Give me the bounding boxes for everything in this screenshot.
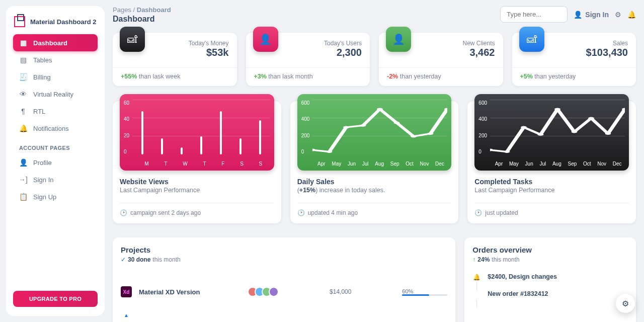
chart-bar <box>200 136 202 154</box>
sidebar-item-notifications[interactable]: 🔔Notifications <box>13 120 98 137</box>
chart-card: 6004002000AprMayJunJulAugSepOctNovDecCom… <box>467 101 636 223</box>
search-input[interactable] <box>500 6 568 23</box>
orders-panel: Orders overview ↑ 24% this month 🔔$2400,… <box>464 237 636 322</box>
stat-icon: 🛋 <box>120 27 145 52</box>
avatar <box>269 287 279 297</box>
page-title: Dashboard <box>113 15 171 24</box>
svg-point-4 <box>377 108 383 111</box>
check-icon: ✓ <box>121 256 126 263</box>
project-icon: Xd <box>121 286 132 297</box>
timeline-title: $2400, Design changes <box>488 273 557 281</box>
stat-foot: +3% than lask month <box>254 73 362 80</box>
project-progress: 60% <box>402 288 447 296</box>
brand-icon <box>14 16 25 27</box>
signin-label: Sign In <box>585 11 609 19</box>
chart-card: 6040200MTWTFSSWebsite ViewsLast Campaign… <box>113 101 281 223</box>
projects-done-suffix: this month <box>152 256 180 263</box>
chart-title: Website Views <box>120 178 274 186</box>
orders-change: 24% <box>477 256 490 263</box>
chart-subtitle: (+15%) increase in today sales. <box>297 187 452 194</box>
project-budget: $14,000 <box>330 288 351 295</box>
clock-icon: 🕑 <box>120 209 127 216</box>
breadcrumb-sep: / <box>133 6 135 14</box>
project-name: Material XD Version <box>139 288 200 296</box>
svg-point-10 <box>504 150 510 153</box>
chart-canvas: 6004002000AprMayJunJulAugSepOctNovDec <box>297 94 452 171</box>
chart-plot <box>312 100 447 154</box>
stat-card: 🛋Sales$103,430+5% than yesterday <box>512 33 636 86</box>
stats-row: 🛋Today's Money$53k+55% than lask week👤To… <box>113 33 636 86</box>
project-row[interactable]: ▲ <box>121 303 447 322</box>
main: Pages / Dashboard Dashboard 👤 Sign In ⚙ … <box>105 0 644 322</box>
sidebar-item-rtl[interactable]: ¶RTL <box>13 103 98 120</box>
chart-plot <box>132 100 270 154</box>
sidebar-item-sign-up[interactable]: 📋Sign Up <box>13 188 98 205</box>
settings-fab[interactable]: ⚙ <box>616 294 635 313</box>
chart-title: Completed Tasks <box>474 178 629 186</box>
nav-label: Dashboard <box>33 39 67 47</box>
nav-icon: ¶ <box>19 107 27 115</box>
arrow-up-icon: ↑ <box>472 256 475 263</box>
projects-panel: Projects ✓ 30 done this month XdMaterial… <box>113 237 455 322</box>
timeline-title: New order #1832412 <box>488 290 548 298</box>
nav-icon: 👁 <box>19 90 27 98</box>
sidebar-item-profile[interactable]: 👤Profile <box>13 154 98 171</box>
upgrade-button[interactable]: UPGRADE TO PRO <box>13 291 98 307</box>
chart-xaxis: AprMayJunJulAugSepOctNovDec <box>478 161 625 167</box>
sidebar-item-billing[interactable]: 🧾Billing <box>13 68 98 86</box>
sidebar-item-dashboard[interactable]: ▦Dashboard <box>13 34 98 51</box>
notifications-icon[interactable]: 🔔 <box>627 11 636 19</box>
chart-canvas: 6004002000AprMayJunJulAugSepOctNovDec <box>474 94 629 171</box>
svg-point-15 <box>588 117 594 120</box>
nav-label: Virtual Reality <box>33 91 73 98</box>
nav-icon: ▦ <box>19 39 27 47</box>
svg-point-5 <box>394 122 400 124</box>
breadcrumb-root[interactable]: Pages <box>113 6 131 14</box>
clock-icon: 🕑 <box>474 209 482 216</box>
svg-point-16 <box>605 132 611 135</box>
chart-yaxis: 6040200 <box>124 100 132 154</box>
svg-point-12 <box>538 133 544 136</box>
nav-icon: →] <box>19 176 27 184</box>
stat-card: 👤Today's Users2,300+3% than lask month <box>246 33 370 86</box>
chart-subtitle: Last Campaign Performance <box>474 187 629 194</box>
nav-icon: 📋 <box>19 193 27 201</box>
sidebar-item-tables[interactable]: ▤Tables <box>13 51 98 68</box>
chart-footer: 🕑campaign sent 2 days ago <box>120 203 274 216</box>
nav-label: Notifications <box>33 125 69 132</box>
svg-point-7 <box>428 132 434 135</box>
chart-bar <box>259 120 261 154</box>
clock-icon: 🕑 <box>297 209 305 216</box>
sidebar-item-sign-in[interactable]: →]Sign In <box>13 171 98 188</box>
nav-icon: 👤 <box>19 158 27 167</box>
project-members <box>251 287 279 297</box>
stat-card: 🛋Today's Money$53k+55% than lask week <box>113 33 237 86</box>
project-icon: ▲ <box>121 309 132 320</box>
chart-subtitle: Last Campaign Performance <box>120 187 274 194</box>
chart-xaxis: AprMayJunJulAugSepOctNovDec <box>301 161 448 167</box>
chart-bar <box>161 138 163 154</box>
stat-icon: 🛋 <box>519 27 544 52</box>
chart-bar <box>181 147 183 154</box>
timeline-item: New order #1832412 <box>472 290 628 307</box>
chart-title: Daily Sales <box>297 178 452 186</box>
nav-icon: 🔔 <box>19 124 27 132</box>
nav-icon: ▤ <box>19 56 27 64</box>
person-icon: 👤 <box>574 11 582 19</box>
sidebar-item-virtual-reality[interactable]: 👁Virtual Reality <box>13 86 98 103</box>
orders-title: Orders overview <box>472 246 628 254</box>
sidebar: Material Dashboard 2 ▦Dashboard▤Tables🧾B… <box>6 6 105 316</box>
stat-icon: 👤 <box>253 27 278 52</box>
settings-icon[interactable]: ⚙ <box>615 11 621 19</box>
signin-link[interactable]: 👤 Sign In <box>574 11 609 19</box>
chart-xaxis: MTWTFSS <box>124 161 270 167</box>
projects-done-count: 30 done <box>128 256 150 263</box>
nav-label: Tables <box>33 56 52 64</box>
stat-foot: +55% than lask week <box>121 73 229 80</box>
svg-point-6 <box>411 135 417 138</box>
orders-suffix: this month <box>492 256 519 263</box>
timeline-item: 🔔$2400, Design changes <box>472 273 628 290</box>
nav-label: Sign In <box>33 176 53 184</box>
brand-text: Material Dashboard 2 <box>30 18 97 26</box>
project-row[interactable]: XdMaterial XD Version$14,00060% <box>121 280 447 303</box>
